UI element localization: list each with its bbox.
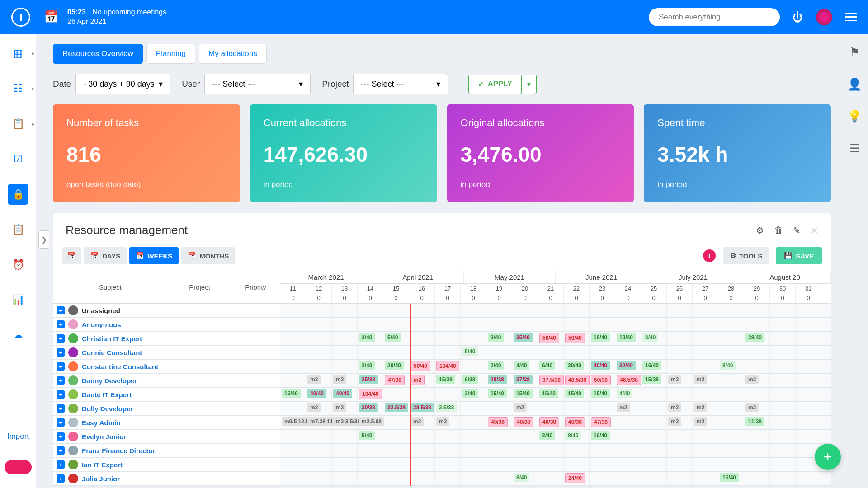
allocation-chip[interactable]: 11/38 [745, 417, 764, 426]
allocation-chip[interactable]: 104/40 [436, 361, 459, 371]
sidebar-clipboard2[interactable]: 📋 [8, 219, 28, 240]
allocation-chip[interactable]: 50/40 [565, 333, 585, 343]
expand-icon[interactable]: + [57, 418, 65, 427]
allocation-chip[interactable]: 8/40 [720, 361, 736, 370]
allocation-chip[interactable]: 37.5/38 [539, 375, 564, 385]
timeline-cell[interactable] [280, 444, 831, 457]
user-name[interactable]: Ian IT Expert [82, 461, 123, 469]
allocation-chip[interactable]: 5/40 [359, 431, 375, 440]
expand-icon[interactable]: + [57, 404, 65, 413]
tools-button[interactable]: ⚙ TOOLS [723, 247, 769, 264]
allocation-chip[interactable]: m2 [307, 403, 321, 412]
allocation-chip[interactable]: 50/40 [410, 361, 430, 371]
allocation-chip[interactable]: 40/40 [307, 389, 326, 398]
fab-add-button[interactable]: + [815, 444, 841, 470]
user-name[interactable]: Anonymous [82, 321, 121, 328]
user-name[interactable]: Julia Junior [82, 475, 120, 483]
timeline-cell[interactable] [280, 318, 831, 331]
timeline-cell[interactable] [280, 458, 831, 471]
allocation-chip[interactable]: 15/40 [488, 389, 507, 398]
allocation-chip[interactable]: m2 [745, 403, 759, 412]
sidebar-hierarchy[interactable]: ☷▸ [8, 78, 28, 99]
expand-icon[interactable]: + [57, 432, 65, 441]
allocation-chip[interactable]: m2 [617, 403, 630, 412]
allocation-chip[interactable]: 20/40 [385, 361, 404, 370]
apply-dropdown[interactable]: ▾ [521, 75, 537, 94]
allocation-chip[interactable]: 28/38 [488, 375, 507, 384]
allocation-chip[interactable]: 32.5/38 [385, 403, 408, 412]
allocation-chip[interactable]: 30/38 [359, 403, 378, 412]
logo-icon[interactable] [11, 8, 30, 27]
allocation-chip[interactable]: 32/40 [617, 361, 636, 370]
gear-icon[interactable]: ⚙ [756, 225, 764, 236]
allocation-chip[interactable]: 15/38 [436, 375, 455, 384]
months-button[interactable]: 📅 MONTHS [181, 247, 235, 264]
expand-icon[interactable]: + [57, 474, 65, 483]
allocation-chip[interactable]: 40/38 [539, 417, 559, 427]
allocation-chip[interactable]: 8/40 [642, 333, 658, 342]
allocation-chip[interactable]: 19/40 [617, 333, 636, 342]
sidebar-dashboard[interactable]: ▦▸ [8, 43, 28, 64]
allocation-chip[interactable]: m2 [333, 403, 346, 412]
allocation-chip[interactable]: 104/40 [359, 389, 382, 399]
sidebar-cloud[interactable]: ☁ [8, 325, 28, 346]
sidebar-alarm[interactable]: ⏰ [8, 254, 28, 275]
allocation-chip[interactable]: 15/40 [539, 389, 558, 398]
timeline-cell[interactable]: 5/402/408/4016/40 [280, 430, 831, 443]
allocation-chip[interactable]: 18/40 [591, 333, 610, 342]
allocation-chip[interactable]: 46.5/38 [617, 375, 641, 385]
allocation-chip[interactable]: 47/38 [385, 375, 405, 385]
allocation-chip[interactable]: m2 [436, 417, 449, 426]
allocation-chip[interactable]: m2 [410, 417, 424, 426]
allocation-chip[interactable]: 20/40 [565, 361, 584, 370]
allocation-chip[interactable]: 16/40 [642, 361, 661, 370]
allocation-chip[interactable]: 6/40 [539, 361, 555, 370]
allocation-chip[interactable]: m2 [694, 417, 707, 426]
expand-icon[interactable]: + [57, 376, 65, 385]
expand-icon[interactable]: + [57, 348, 65, 357]
filter-user-select[interactable]: --- Select ---▾ [204, 74, 311, 94]
allocation-chip[interactable]: m2 [668, 417, 681, 426]
red-pill-button[interactable] [5, 460, 32, 474]
close-icon[interactable]: ✕ [811, 225, 818, 236]
allocation-chip[interactable]: 6/38 [462, 375, 478, 384]
sidebar-lock[interactable]: 🔒 [8, 184, 28, 205]
weeks-button[interactable]: 📅 WEEKS [129, 247, 179, 264]
edit-icon[interactable]: ✎ [793, 225, 801, 236]
timeline-cell[interactable]: 5/40 [280, 346, 831, 359]
allocation-chip[interactable]: 4/40 [617, 389, 632, 398]
sidebar-clipboard[interactable]: 📋▸ [8, 113, 28, 134]
calendar-icon[interactable]: 📅 [44, 10, 58, 24]
timeline-cell[interactable]: 2/4020/4050/40104/402/404/406/4020/4040/… [280, 360, 831, 373]
allocation-chip[interactable]: 40/40 [591, 361, 610, 370]
user-name[interactable]: Easy Admin [82, 419, 120, 427]
import-label[interactable]: Import [7, 432, 29, 441]
user-name[interactable]: Christian IT Expert [82, 335, 142, 343]
allocation-chip[interactable]: 15/40 [514, 389, 533, 398]
allocation-chip[interactable]: 2/40 [359, 361, 375, 370]
filter-date-select[interactable]: - 30 days + 90 days▾ [75, 74, 170, 94]
user-name[interactable]: Dante IT Expert [82, 391, 132, 399]
user-name[interactable]: Constantine Consultant [82, 363, 158, 371]
allocation-chip[interactable]: 5/40 [385, 333, 401, 342]
allocation-chip[interactable]: 40/38 [488, 417, 508, 427]
allocation-chip[interactable]: 15/40 [565, 389, 584, 398]
lightbulb-icon[interactable]: 💡 [847, 109, 862, 123]
allocation-chip[interactable]: 16/40 [720, 473, 739, 482]
allocation-chip[interactable]: 28.5/38 [410, 403, 434, 412]
user-name[interactable]: Danny Developer [82, 377, 137, 385]
allocation-chip[interactable]: 8/40 [514, 473, 529, 482]
expand-icon[interactable]: + [57, 446, 65, 455]
tab-resources-overview[interactable]: Resources Overview [53, 44, 143, 64]
timeline-cell[interactable]: 16/4040/4040/40104/403/4015/4015/4015/40… [280, 388, 831, 401]
timeline-cell[interactable]: 3/405/403/4035/4050/4050/4018/4019/408/4… [280, 332, 831, 345]
apply-button[interactable]: ✓ APPLY [468, 75, 522, 94]
calendar-button[interactable]: 📅 [62, 247, 81, 264]
tab-planning[interactable]: Planning [146, 44, 195, 64]
flag-icon[interactable]: ⚑ [849, 45, 860, 59]
allocation-chip[interactable]: 3/40 [488, 333, 504, 342]
user-name[interactable]: Franz Finance Director [82, 447, 156, 455]
allocation-chip[interactable]: m2.5.08 [359, 417, 384, 426]
sidebar-expand-handle[interactable]: ❯ [38, 230, 49, 249]
allocation-chip[interactable]: 15/40 [591, 389, 610, 398]
